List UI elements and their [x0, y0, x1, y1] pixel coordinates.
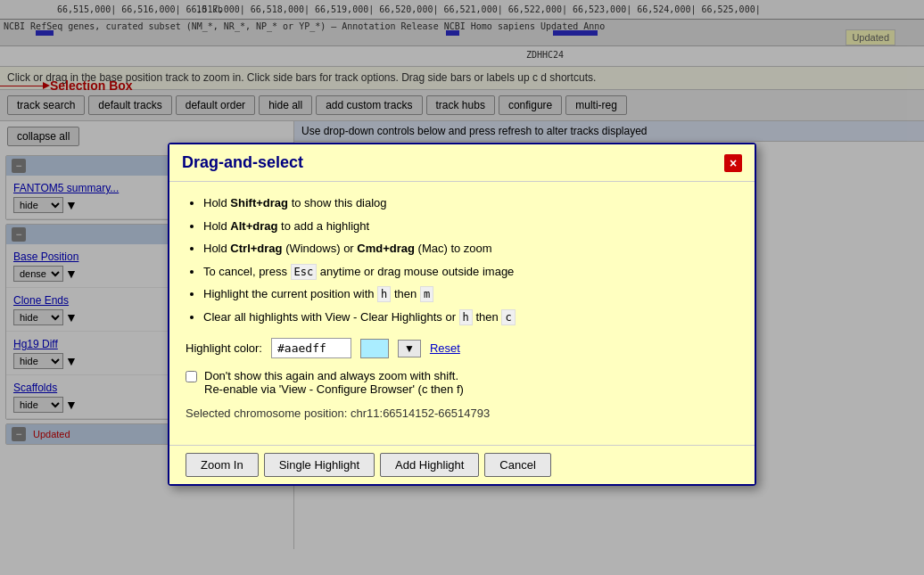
alt-drag-bold: Alt+drag [230, 219, 277, 233]
selected-pos-label: Selected chromosome position: [186, 407, 347, 420]
modal-body: Hold Shift+drag to show this dialog Hold… [169, 182, 755, 445]
instruction-1: Hold Shift+drag to show this dialog [203, 194, 738, 212]
add-highlight-button[interactable]: Add Highlight [380, 453, 479, 477]
selected-pos-value: chr11:66514152-66514793 [351, 407, 490, 420]
instructions-list: Hold Shift+drag to show this dialog Hold… [186, 194, 738, 325]
highlight-color-input[interactable] [271, 338, 351, 358]
instruction-6: Clear all highlights with View - Clear H… [203, 308, 738, 326]
selected-position: Selected chromosome position: chr11:6651… [186, 407, 738, 420]
instruction-3: Hold Ctrl+drag (Windows) or Cmd+drag (Ma… [203, 240, 738, 258]
dont-show-text: Don't show this again and always zoom wi… [204, 369, 464, 396]
cancel-button[interactable]: Cancel [484, 453, 550, 477]
instruction-5: Highlight the current position with h th… [203, 285, 738, 303]
highlight-color-label: Highlight color: [186, 341, 262, 355]
c-code: c [501, 309, 515, 325]
h-code-1: h [377, 286, 391, 302]
h-code-2: h [459, 309, 473, 325]
modal-close-button[interactable]: × [724, 154, 742, 172]
modal-footer: Zoom In Single Highlight Add Highlight C… [169, 445, 755, 484]
drag-and-select-modal: Drag-and-select × Hold Shift+drag to sho… [168, 143, 756, 486]
color-preview [360, 339, 389, 358]
modal-overlay: Drag-and-select × Hold Shift+drag to sho… [0, 0, 924, 575]
highlight-color-row: Highlight color: ▼ Reset [186, 338, 738, 358]
dont-show-checkbox[interactable] [186, 371, 197, 382]
instruction-4: To cancel, press Esc anytime or drag mou… [203, 263, 738, 281]
zoom-in-button[interactable]: Zoom In [186, 453, 259, 477]
single-highlight-button[interactable]: Single Highlight [264, 453, 375, 477]
reset-link[interactable]: Reset [430, 341, 460, 355]
esc-code: Esc [291, 264, 318, 280]
cmd-drag-bold: Cmd+drag [357, 242, 415, 255]
dont-show-line2: Re-enable via 'View - Configure Browser'… [204, 382, 464, 396]
modal-title: Drag-and-select [182, 153, 303, 172]
instruction-2: Hold Alt+drag to add a highlight [203, 218, 738, 235]
color-dropdown-button[interactable]: ▼ [398, 340, 421, 357]
modal-header: Drag-and-select × [169, 144, 755, 182]
shift-drag-bold: Shift+drag [230, 196, 288, 209]
ctrl-drag-bold: Ctrl+drag [230, 242, 282, 255]
m-code: m [420, 286, 433, 302]
dont-show-row: Don't show this again and always zoom wi… [186, 369, 738, 396]
dont-show-line1: Don't show this again and always zoom wi… [204, 369, 464, 382]
